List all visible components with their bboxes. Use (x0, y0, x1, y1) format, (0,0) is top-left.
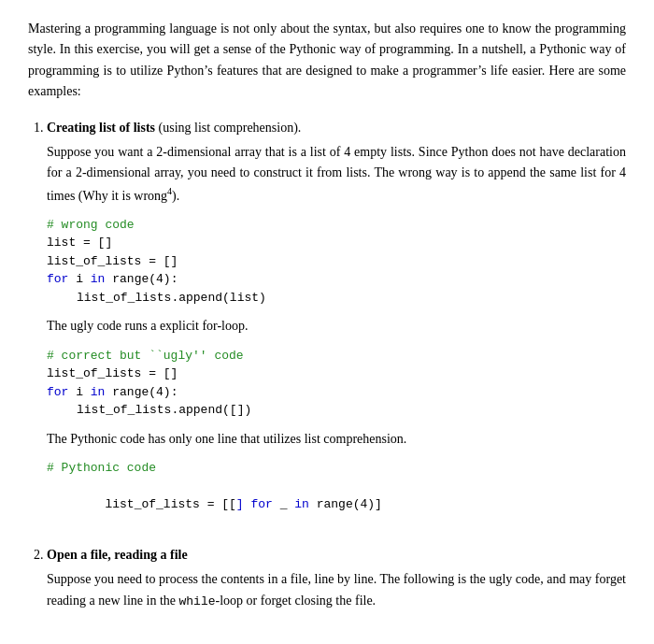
item-1-title-bold: Creating list of lists (47, 121, 155, 135)
wrong-code-line-4: list_of_lists.append(list) (47, 289, 626, 308)
ugly-code-comment: # correct but ``ugly'' code (47, 347, 626, 365)
list-item-1: Creating list of lists (using list compr… (47, 118, 626, 533)
wrong-code-line-3: for i in range(4): (47, 270, 626, 289)
item-1-desc-text: Suppose you want a 2-dimensional array t… (47, 145, 626, 202)
wrong-code-comment: # wrong code (47, 216, 626, 235)
item-2-inline-code: while (179, 594, 216, 608)
item-1-desc-end: ). (172, 188, 179, 202)
item-2-description: Suppose you need to process the contents… (47, 569, 626, 611)
item-2-title-bold: Open a file, reading a file (47, 548, 188, 562)
item-1-description: Suppose you want a 2-dimensional array t… (47, 142, 626, 207)
item-1-title-suffix: (using list comprehension). (155, 121, 301, 135)
item-2-desc-end: -loop or forget closing the file. (216, 594, 377, 608)
ugly-code-line-3: list_of_lists.append([]) (47, 401, 626, 420)
ugly-code-block: # correct but ``ugly'' code list_of_list… (47, 347, 626, 420)
ugly-code-line-1: list_of_lists = [] (47, 365, 626, 383)
pythonic-code-comment: # Pythonic code (47, 459, 626, 478)
main-list: Creating list of lists (using list compr… (28, 118, 626, 612)
pythonic-prose: The Pythonic code has only one line that… (47, 429, 626, 450)
wrong-code-block: # wrong code list = [] list_of_lists = [… (47, 216, 626, 308)
pythonic-code-line: list_of_lists = [[] for _ in range(4)] (47, 478, 626, 533)
pythonic-code-block: # Pythonic code list_of_lists = [[] for … (47, 459, 626, 532)
item-2-title-line: Open a file, reading a file (47, 545, 626, 565)
ugly-prose: The ugly code runs a explicit for-loop. (47, 316, 626, 336)
wrong-code-line-1: list = [] (47, 234, 626, 252)
list-item-2: Open a file, reading a file Suppose you … (47, 545, 626, 612)
wrong-code-line-2: list_of_lists = [] (47, 252, 626, 271)
item-1-title-line: Creating list of lists (using list compr… (47, 118, 626, 138)
ugly-code-line-2: for i in range(4): (47, 383, 626, 402)
intro-paragraph: Mastering a programming language is not … (28, 19, 626, 103)
